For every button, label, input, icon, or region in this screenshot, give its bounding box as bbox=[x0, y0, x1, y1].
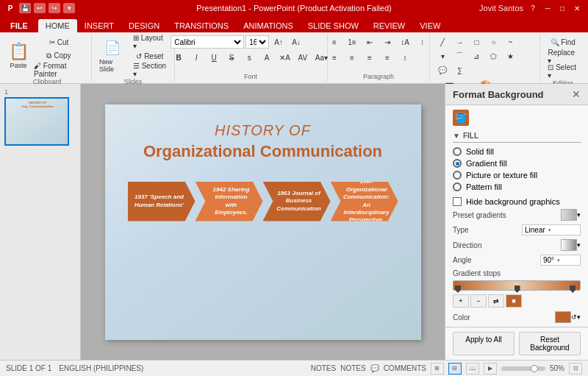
align-center-button[interactable]: ≡ bbox=[344, 51, 360, 64]
reverse-stops-button[interactable]: ⇄ bbox=[488, 294, 504, 308]
justify-button[interactable]: ≡ bbox=[379, 51, 395, 64]
char-spacing-button[interactable]: AV bbox=[295, 51, 311, 64]
notes-label[interactable]: NOTES bbox=[340, 364, 365, 372]
tab-home[interactable]: HOME bbox=[38, 19, 77, 32]
gradient-fill-option[interactable]: Gradient fill bbox=[453, 159, 581, 168]
direction-arrow[interactable]: ▾ bbox=[577, 241, 581, 249]
decrease-indent-button[interactable]: ⇤ bbox=[362, 35, 378, 49]
bold-button[interactable]: B bbox=[171, 51, 187, 64]
align-left-button[interactable]: ≡ bbox=[326, 51, 343, 64]
shape-rect-button[interactable]: □ bbox=[468, 35, 484, 49]
line-spacing-button[interactable]: ↕ bbox=[397, 51, 413, 64]
find-button[interactable]: 🔍 Find bbox=[548, 35, 578, 49]
select-button[interactable]: ⊡ Select ▾ bbox=[545, 65, 581, 78]
angle-dropdown[interactable]: 90° ▾ bbox=[540, 255, 581, 266]
tab-design[interactable]: DESIGN bbox=[121, 19, 167, 32]
underline-button[interactable]: U bbox=[206, 51, 222, 64]
tab-review[interactable]: REVIEW bbox=[366, 19, 412, 32]
paste-button[interactable]: 📋 Paste bbox=[7, 41, 29, 71]
increase-font-button[interactable]: A↑ bbox=[270, 35, 287, 49]
reading-view-button[interactable]: 📖 bbox=[466, 363, 479, 375]
undo-icon[interactable]: ↩ bbox=[34, 3, 46, 13]
gradient-stop-2[interactable] bbox=[514, 285, 520, 293]
gradient-stop-1[interactable] bbox=[455, 285, 461, 293]
tab-slideshow[interactable]: SLIDE SHOW bbox=[301, 19, 366, 32]
add-stop-button[interactable]: + bbox=[453, 294, 469, 308]
shape-line-button[interactable]: ╱ bbox=[434, 35, 451, 49]
preset-gradient-swatch[interactable] bbox=[561, 209, 577, 221]
comments-label[interactable]: COMMENTS bbox=[384, 364, 426, 372]
shape-star-button[interactable]: ★ bbox=[502, 49, 518, 63]
slide-canvas[interactable]: HISTORY OF Organizational Communication … bbox=[105, 104, 421, 340]
customize-icon[interactable]: ▾ bbox=[63, 3, 75, 13]
remove-stop-button[interactable]: − bbox=[470, 294, 487, 308]
fit-slide-button[interactable]: ⊡ bbox=[569, 363, 582, 375]
help-button[interactable]: ? bbox=[526, 3, 539, 13]
solid-fill-radio[interactable] bbox=[453, 147, 462, 156]
picture-fill-radio[interactable] bbox=[453, 171, 462, 180]
numbering-button[interactable]: 1≡ bbox=[344, 35, 360, 49]
reset-button[interactable]: ↺ Reset bbox=[130, 49, 170, 63]
hide-background-item[interactable]: Hide background graphics bbox=[453, 197, 581, 206]
font-name-select[interactable]: Calibri bbox=[171, 35, 244, 49]
picture-fill-option[interactable]: Picture or texture fill bbox=[453, 171, 581, 180]
save-icon[interactable]: 💾 bbox=[19, 3, 31, 13]
align-right-button[interactable]: ≡ bbox=[362, 51, 378, 64]
format-painter-button[interactable]: 🖌 Format Painter bbox=[31, 63, 87, 77]
hide-background-checkbox[interactable] bbox=[453, 197, 462, 206]
shape-equation-button[interactable]: ∑ bbox=[451, 63, 467, 77]
redo-icon[interactable]: ↪ bbox=[49, 3, 60, 13]
minimize-button[interactable]: ─ bbox=[541, 3, 554, 13]
reset-background-button[interactable]: Reset Background bbox=[519, 332, 581, 355]
solid-fill-option[interactable]: Solid fill bbox=[453, 147, 581, 156]
shape-callout-button[interactable]: 💬 bbox=[434, 63, 451, 77]
tab-animations[interactable]: ANIMATIONS bbox=[236, 19, 301, 32]
shape-connector-button[interactable]: ⌒ bbox=[451, 49, 467, 63]
shape-arrow-button[interactable]: → bbox=[451, 35, 467, 49]
section-button[interactable]: ☰ Section ▾ bbox=[130, 63, 170, 77]
maximize-button[interactable]: □ bbox=[556, 3, 569, 13]
canvas-area[interactable]: HISTORY OF Organizational Communication … bbox=[81, 84, 445, 360]
preset-gradient-arrow[interactable]: ▾ bbox=[577, 211, 581, 219]
type-dropdown[interactable]: Linear ▾ bbox=[522, 224, 581, 235]
gradient-stop-3[interactable] bbox=[570, 285, 576, 293]
replace-button[interactable]: Replace ▾ bbox=[545, 50, 581, 63]
increase-indent-button[interactable]: ⇥ bbox=[379, 35, 395, 49]
shape-pentagon-button[interactable]: ⬠ bbox=[485, 49, 501, 63]
cut-button[interactable]: ✂ Cut bbox=[31, 35, 87, 49]
decrease-font-button[interactable]: A↓ bbox=[288, 35, 304, 49]
apply-to-all-button[interactable]: Apply to All bbox=[453, 332, 514, 355]
copy-button[interactable]: ⧉ Copy bbox=[31, 49, 87, 63]
shadow-button[interactable]: s bbox=[241, 51, 257, 64]
slide-thumbnail[interactable]: HISTORY OF Org. Communication bbox=[4, 97, 69, 146]
shape-block-button[interactable]: ⊿ bbox=[468, 49, 484, 63]
pattern-fill-radio[interactable] bbox=[453, 182, 462, 191]
text-direction-button[interactable]: ↕A bbox=[397, 35, 413, 49]
shape-curve-button[interactable]: ~ bbox=[502, 35, 518, 49]
color-dropdown-arrow[interactable]: ↺▾ bbox=[571, 313, 581, 321]
tab-insert[interactable]: INSERT bbox=[77, 19, 121, 32]
direction-swatch[interactable] bbox=[561, 239, 577, 251]
bullets-button[interactable]: ≡ bbox=[326, 35, 343, 49]
stop-color-button[interactable]: ■ bbox=[506, 294, 522, 308]
gradient-fill-radio[interactable] bbox=[453, 159, 462, 168]
close-button[interactable]: ✕ bbox=[570, 3, 584, 13]
zoom-slider[interactable] bbox=[501, 366, 545, 371]
color-swatch[interactable] bbox=[555, 311, 571, 323]
pattern-fill-option[interactable]: Pattern fill bbox=[453, 182, 581, 191]
strikethrough-button[interactable]: S bbox=[223, 51, 240, 64]
layout-button[interactable]: ⊞ Layout ▾ bbox=[130, 35, 170, 49]
italic-button[interactable]: I bbox=[188, 51, 204, 64]
tab-transitions[interactable]: TRANSITIONS bbox=[167, 19, 236, 32]
shape-more-button[interactable]: ▾ bbox=[434, 49, 451, 63]
columns-button[interactable]: ⫶ bbox=[415, 35, 431, 49]
slideshow-view-button[interactable]: ▶ bbox=[484, 363, 497, 375]
clear-format-button[interactable]: ✕A bbox=[276, 51, 293, 64]
tab-file[interactable]: FILE bbox=[1, 19, 37, 32]
format-panel-close-button[interactable]: ✕ bbox=[572, 88, 581, 100]
gradient-bar[interactable] bbox=[453, 280, 581, 291]
new-slide-button[interactable]: 📄 New Slide bbox=[96, 38, 129, 74]
notes-button[interactable]: NOTES bbox=[311, 364, 336, 372]
shape-oval-button[interactable]: ○ bbox=[485, 35, 501, 49]
normal-view-button[interactable]: ⊞ bbox=[431, 363, 444, 375]
